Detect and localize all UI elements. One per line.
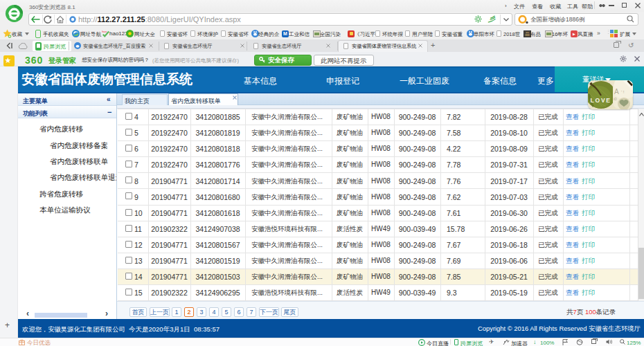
svg-text:' !: ' !: [621, 90, 625, 94]
svg-text:LOVE: LOVE: [591, 97, 611, 104]
svg-text:i0: i0: [614, 97, 617, 101]
svg-text:hao: hao: [102, 30, 107, 33]
svg-text:A: A: [614, 88, 619, 95]
